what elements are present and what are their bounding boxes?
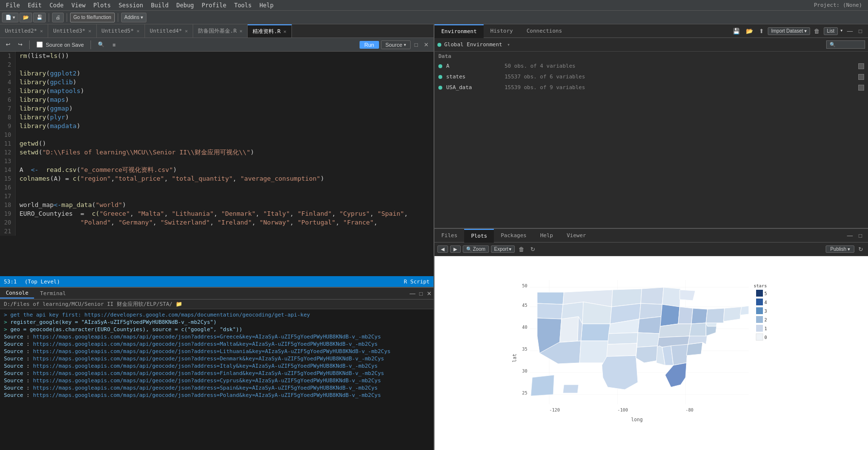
find-btn[interactable]: Go to file/function <box>70 13 115 22</box>
data-view-icon-usa[interactable] <box>858 85 864 91</box>
menu-plots[interactable]: Plots <box>90 1 115 10</box>
state-hi <box>563 385 579 393</box>
code-line-12: 12 setwd("D:\\Files of learning\\MCU\\Se… <box>0 148 434 157</box>
close-icon[interactable]: ✕ <box>239 28 242 34</box>
new-file-btn[interactable]: 📄 ▾ <box>2 13 18 22</box>
terminal-source-line-3: Source : https://maps.googleapis.com/map… <box>4 348 430 355</box>
code-line-4: 4 library(gpclib) <box>0 78 434 87</box>
env-import-btn[interactable]: ⬆ <box>757 27 766 35</box>
help-tab[interactable]: Help <box>533 229 560 243</box>
plots-minimize-btn[interactable]: — <box>845 232 855 240</box>
tab-fangbei[interactable]: 防备国外基金.R ✕ <box>193 24 248 38</box>
menu-build[interactable]: Build <box>147 1 172 10</box>
source-button[interactable]: Source ▾ <box>381 40 411 49</box>
viewer-tab[interactable]: Viewer <box>560 229 593 243</box>
broom-btn[interactable]: 🗑 <box>517 245 526 253</box>
main-layout: Untitled2* ✕ Untitled3* ✕ Untitled5* ✕ U… <box>0 24 868 450</box>
console-tab[interactable]: Console <box>0 288 34 299</box>
search-btn[interactable]: 🔍 <box>95 40 108 49</box>
global-env-dot <box>437 43 441 47</box>
editor-close-btn[interactable]: ✕ <box>422 41 431 49</box>
data-view-icon-states[interactable] <box>858 74 864 80</box>
menu-help[interactable]: Help <box>255 1 277 10</box>
env-minimize-btn[interactable]: — <box>845 27 855 35</box>
source-dropdown-icon[interactable]: ▾ <box>404 42 406 47</box>
env-save-btn[interactable]: 💾 <box>731 27 742 35</box>
plots-maximize-btn[interactable]: □ <box>857 232 864 240</box>
close-icon[interactable]: ✕ <box>185 28 188 34</box>
menu-session[interactable]: Session <box>115 1 147 10</box>
code-line-14: 14 A <- read.csv("e_commerce可视化资料.csv") <box>0 166 434 174</box>
plots-refresh-btn[interactable]: ↻ <box>856 245 865 253</box>
print-btn[interactable]: 🖨 <box>52 13 64 22</box>
env-load-btn[interactable]: 📂 <box>744 27 755 35</box>
tab-untitled2[interactable]: Untitled2* ✕ <box>0 24 48 38</box>
terminal-line: > get the api key first: https://develop… <box>4 311 430 319</box>
env-clear-btn[interactable]: 🗑 <box>812 27 822 35</box>
data-row-usa[interactable]: USA_data 15539 obs. of 9 variables <box>434 82 868 93</box>
menu-code[interactable]: Code <box>46 1 68 10</box>
menu-view[interactable]: View <box>68 1 90 10</box>
run-button[interactable]: Run <box>360 41 379 49</box>
data-info-states: 15537 obs. of 6 variables <box>505 73 858 81</box>
code-editor[interactable]: 1 rm(list=ls()) 2 3 library(ggplot2) 4 l… <box>0 52 434 276</box>
addins-btn[interactable]: Addins ▾ <box>121 13 146 22</box>
terminal-tab[interactable]: Terminal <box>34 289 72 298</box>
tab-untitled4[interactable]: Untitled4* ✕ <box>145 24 193 38</box>
publish-btn[interactable]: Publish ▾ <box>826 245 854 253</box>
data-view-icon-A[interactable] <box>858 63 864 69</box>
menu-profile[interactable]: Profile <box>198 1 231 10</box>
source-on-save-btn[interactable]: Source on Save <box>34 40 87 49</box>
code-line-20: 20 "Poland", "Germany", "Switzerland", "… <box>0 218 434 227</box>
env-maximize-btn[interactable]: □ <box>857 27 864 35</box>
close-icon[interactable]: ✕ <box>89 28 91 34</box>
terminal-content[interactable]: > get the api key first: https://develop… <box>0 309 434 450</box>
state-mi-upper <box>680 290 695 300</box>
menu-file[interactable]: File <box>2 1 24 10</box>
format-btn[interactable]: ≡ <box>109 41 118 49</box>
export-btn[interactable]: Export▾ <box>491 245 515 253</box>
tab-untitled3[interactable]: Untitled3* ✕ <box>48 24 96 38</box>
close-icon[interactable]: ✕ <box>137 28 140 34</box>
environment-tab[interactable]: Environment <box>434 24 484 38</box>
terminal-close-btn[interactable]: ✕ <box>425 290 434 298</box>
map-container: lat 50 45 40 35 30 25 -120 -100 -80 long <box>434 256 868 450</box>
close-icon[interactable]: ✕ <box>40 28 43 34</box>
open-file-btn[interactable]: 📂 <box>19 13 32 22</box>
refresh-btn[interactable]: ↻ <box>528 245 537 253</box>
source-on-save-checkbox[interactable] <box>36 41 43 48</box>
connections-tab[interactable]: Connections <box>520 24 569 38</box>
terminal-maximize-btn[interactable]: □ <box>417 290 425 298</box>
prev-plot-btn[interactable]: ◀ <box>437 245 448 253</box>
state-or <box>537 303 563 319</box>
history-tab[interactable]: History <box>484 24 520 38</box>
next-plot-btn[interactable]: ▶ <box>450 245 461 253</box>
state-fl <box>665 363 687 387</box>
state-ak <box>531 375 554 396</box>
list-btn[interactable]: List <box>824 27 838 35</box>
close-icon[interactable]: ✕ <box>284 29 287 34</box>
editor-maximize-btn[interactable]: □ <box>413 41 420 49</box>
terminal-source-line-6: Source : https://maps.googleapis.com/map… <box>4 370 430 377</box>
data-row-states[interactable]: states 15537 obs. of 6 variables <box>434 72 868 82</box>
zoom-btn[interactable]: 🔍 Zoom <box>463 245 489 253</box>
state-in <box>678 307 693 324</box>
data-row-A[interactable]: A 50 obs. of 4 variables <box>434 61 868 72</box>
plots-tab[interactable]: Plots <box>464 229 494 243</box>
terminal-minimize-btn[interactable]: — <box>408 290 417 298</box>
env-search-input[interactable] <box>826 40 865 49</box>
menu-tools[interactable]: Tools <box>230 1 255 10</box>
redo-btn[interactable]: ↪ <box>15 40 25 49</box>
save-btn[interactable]: 💾 <box>33 13 46 22</box>
packages-tab[interactable]: Packages <box>494 229 533 243</box>
legend-val-4: 4 <box>764 300 767 305</box>
data-name-usa: USA_data <box>446 83 505 92</box>
tab-untitled5[interactable]: Untitled5* ✕ <box>97 24 145 38</box>
undo-btn[interactable]: ↩ <box>3 40 13 49</box>
menu-debug[interactable]: Debug <box>172 1 198 10</box>
menu-edit[interactable]: Edit <box>24 1 46 10</box>
files-tab[interactable]: Files <box>434 229 464 243</box>
tab-jingzhun[interactable]: 精准资料.R ✕ <box>248 24 291 38</box>
code-line-6: 6 library(maps) <box>0 95 434 104</box>
import-dataset-btn[interactable]: Import Dataset▾ <box>768 27 810 35</box>
